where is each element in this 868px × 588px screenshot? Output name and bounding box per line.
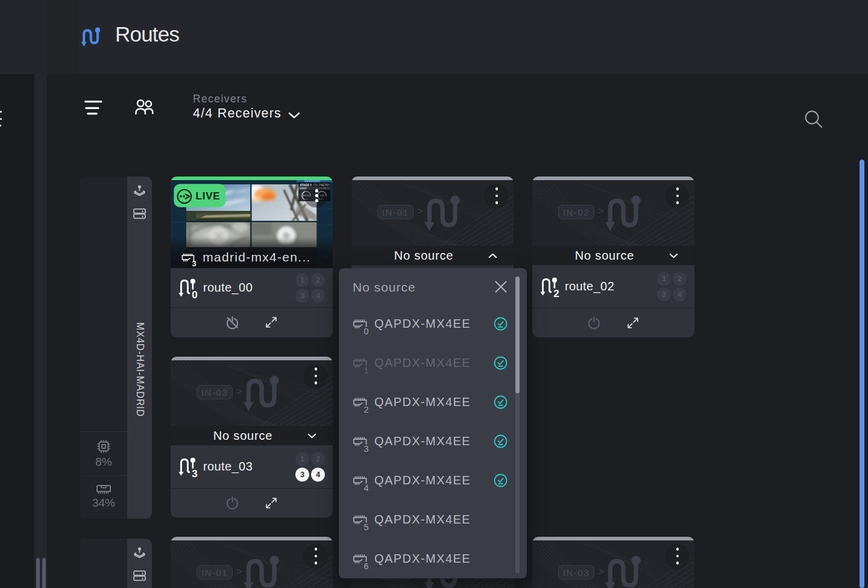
svg-text:1: 1 (363, 366, 368, 375)
svg-text:0: 0 (363, 327, 368, 336)
svg-text:3: 3 (192, 468, 197, 478)
svg-text:2: 2 (553, 288, 559, 298)
svg-text:madrid-mx4-en...: madrid-mx4-en... (203, 250, 311, 264)
svg-text:5: 5 (363, 522, 368, 531)
svg-text:3: 3 (192, 259, 196, 268)
svg-text:6: 6 (363, 561, 368, 571)
svg-text:3: 3 (363, 444, 368, 453)
svg-text:2: 2 (363, 405, 368, 414)
svg-text:0: 0 (192, 289, 197, 299)
svg-text:SPEED: SPEED (300, 187, 307, 190)
svg-text:4: 4 (363, 483, 368, 492)
svg-text:LIVE: LIVE (196, 190, 221, 202)
